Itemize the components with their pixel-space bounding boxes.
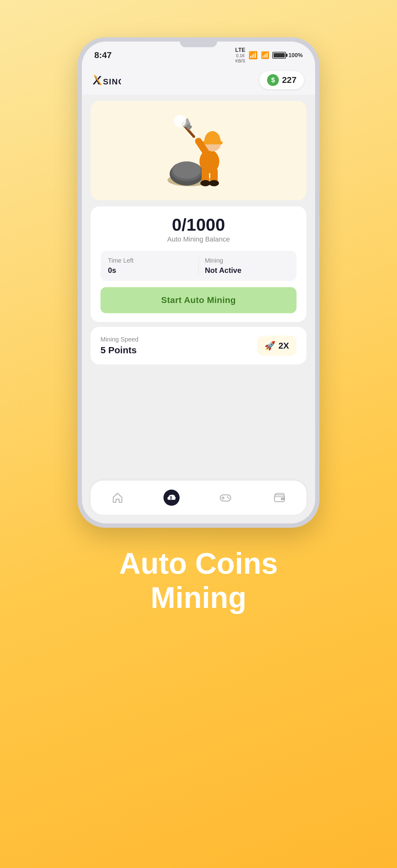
bottom-nav: ₿	[91, 480, 306, 515]
svg-point-21	[227, 496, 228, 498]
nav-wallet[interactable]	[267, 487, 292, 508]
time-left-item: Time Left 0s	[108, 257, 192, 275]
rocket-icon: 🚀	[265, 341, 275, 351]
balance-display: 0/1000 Auto Mining Balance	[100, 215, 297, 244]
speed-label: Mining Speed	[100, 336, 138, 343]
balance-label: Auto Mining Balance	[100, 235, 297, 243]
signal-icon: 📶	[261, 51, 269, 59]
start-mining-button[interactable]: Start Auto Mining	[100, 287, 297, 313]
battery-fill	[273, 53, 285, 57]
bitcoin-cloud-icon: ₿	[167, 493, 176, 502]
svg-rect-13	[202, 141, 223, 144]
boost-badge[interactable]: 🚀 2X	[257, 336, 297, 356]
svg-text:₿: ₿	[170, 496, 172, 500]
status-time: 8:47	[94, 50, 112, 60]
phone-wrapper: 8:47 LTE 0.16 KB/S 📶 📶 100%	[77, 37, 320, 528]
balance-pill: $ 227	[260, 71, 304, 89]
balance-amount: 227	[282, 75, 297, 85]
balance-number: 0/1000	[100, 215, 297, 235]
svg-point-6	[173, 161, 201, 179]
battery-icon	[272, 52, 286, 59]
nav-games[interactable]	[213, 487, 238, 508]
home-icon	[112, 492, 124, 503]
gray-content-area	[82, 365, 315, 480]
svg-text:SINO: SINO	[103, 77, 121, 86]
lte-label: LTE	[235, 47, 245, 53]
footer-text: Auto Coins Mining	[119, 547, 278, 615]
mining-status-item: Mining Not Active	[205, 257, 289, 275]
network-info: LTE 0.16 KB/S	[235, 47, 245, 64]
time-left-value: 0s	[108, 266, 192, 275]
phone-inner: 8:47 LTE 0.16 KB/S 📶 📶 100%	[82, 41, 315, 523]
mining-status-label: Mining	[205, 257, 289, 264]
mining-status-value: Not Active	[205, 266, 289, 275]
bitcoin-nav-icon: ₿	[163, 490, 179, 506]
wifi-icon: 📶	[249, 51, 258, 60]
stats-section: 0/1000 Auto Mining Balance Time Left 0s …	[91, 207, 306, 322]
svg-point-22	[228, 498, 230, 499]
battery-pct: 100%	[289, 52, 303, 59]
nav-mining[interactable]: ₿	[159, 487, 184, 508]
xsino-logo: X SINO	[93, 73, 121, 87]
app-content[interactable]: 0/1000 Auto Mining Balance Time Left 0s …	[82, 95, 315, 523]
speed-value: 5 Points	[100, 345, 138, 355]
battery-container: 100%	[272, 52, 303, 59]
miner-illustration	[164, 112, 233, 192]
gamepad-icon	[219, 492, 232, 503]
dollar-symbol: $	[271, 76, 275, 84]
wallet-icon	[273, 492, 285, 503]
app-header: X SINO $ 227	[82, 67, 315, 95]
dollar-icon: $	[267, 74, 279, 86]
svg-point-25	[282, 499, 283, 499]
footer-line1: Auto Coins	[119, 547, 278, 581]
speed-info: Mining Speed 5 Points	[100, 336, 138, 355]
speed-card: Mining Speed 5 Points 🚀 2X	[91, 327, 306, 365]
logo-area: X SINO	[93, 73, 121, 87]
boost-label: 2X	[278, 341, 289, 351]
time-left-label: Time Left	[108, 257, 192, 264]
network-speed: 0.16 KB/S	[235, 53, 245, 64]
mining-card	[91, 101, 306, 200]
nav-home[interactable]	[105, 487, 130, 508]
status-icons: LTE 0.16 KB/S 📶 📶 100%	[235, 47, 303, 64]
svg-point-9	[200, 180, 210, 186]
svg-point-10	[209, 180, 219, 186]
notch	[180, 41, 217, 47]
footer-line2: Mining	[119, 581, 278, 615]
info-row: Time Left 0s Mining Not Active	[100, 251, 297, 281]
